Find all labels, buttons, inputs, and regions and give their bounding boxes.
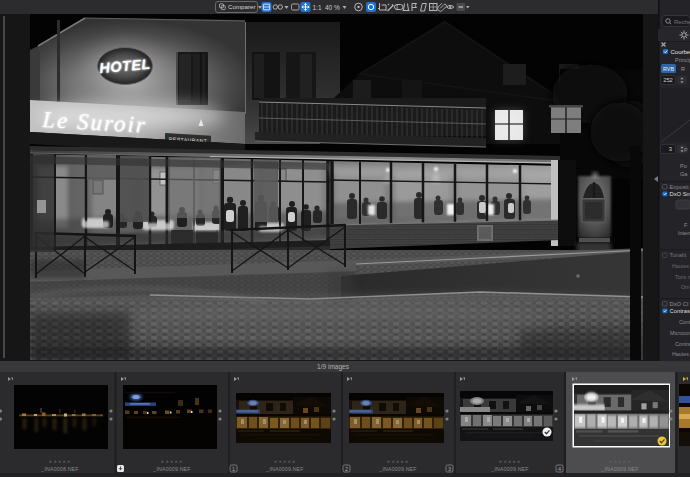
svg-text:_INA0009.NEF: _INA0009.NEF (152, 466, 190, 472)
svg-text:_INA0009.NEF: _INA0009.NEF (600, 466, 638, 472)
svg-text:Microcont: Microcont (670, 330, 690, 336)
svg-text:R: R (681, 66, 685, 72)
svg-text:Hautes lum: Hautes lum (672, 263, 690, 269)
svg-text:★★★★★: ★★★★★ (49, 459, 72, 464)
svg-text:★★★★★: ★★★★★ (609, 459, 632, 464)
svg-text:1: 1 (232, 466, 235, 472)
svg-text:_INA0009.NEF: _INA0009.NEF (265, 466, 303, 472)
svg-text:★★★★★: ★★★★★ (387, 459, 410, 464)
svg-text:1:1: 1:1 (313, 4, 322, 11)
svg-text:3: 3 (448, 466, 451, 472)
svg-text:Tons mo: Tons mo (675, 274, 690, 280)
svg-text:Ga: Ga (680, 171, 688, 177)
svg-text:252: 252 (663, 77, 673, 83)
svg-text:P: P (684, 147, 688, 153)
svg-text:★★★★★: ★★★★★ (161, 459, 184, 464)
svg-text:_INA0008.NEF: _INA0008.NEF (40, 466, 78, 472)
svg-text:DxO Cl: DxO Cl (670, 301, 689, 307)
svg-text:4: 4 (558, 466, 561, 472)
svg-text:Po: Po (680, 163, 687, 169)
svg-text:★★★★★: ★★★★★ (274, 459, 297, 464)
svg-text:2: 2 (345, 466, 348, 472)
svg-text:_INA0009.NEF: _INA0009.NEF (490, 466, 528, 472)
svg-text:RVB: RVB (663, 66, 675, 72)
svg-text:Hautes lum: Hautes lum (672, 351, 690, 357)
svg-text:Exposit: Exposit (670, 184, 689, 190)
svg-text:DxO Sm: DxO Sm (670, 191, 690, 197)
svg-text:Inten: Inten (678, 230, 690, 236)
svg-text:Contras: Contras (675, 341, 690, 347)
svg-text:Cont: Cont (679, 319, 690, 325)
svg-text:★★★★★: ★★★★★ (499, 459, 522, 464)
svg-text:Reche: Reche (674, 19, 690, 25)
svg-text:3: 3 (669, 146, 672, 152)
svg-text:40 %: 40 % (325, 4, 340, 11)
svg-text:Comparer: Comparer (228, 3, 256, 10)
svg-text:Principal: Principal (675, 57, 690, 63)
svg-text:Contras: Contras (670, 308, 690, 314)
svg-text:_INA0009.NEF: _INA0009.NEF (378, 466, 416, 472)
svg-text:Courbe: Courbe (671, 49, 690, 55)
svg-text:Tonalit: Tonalit (670, 252, 687, 258)
svg-text:Om: Om (681, 284, 690, 290)
